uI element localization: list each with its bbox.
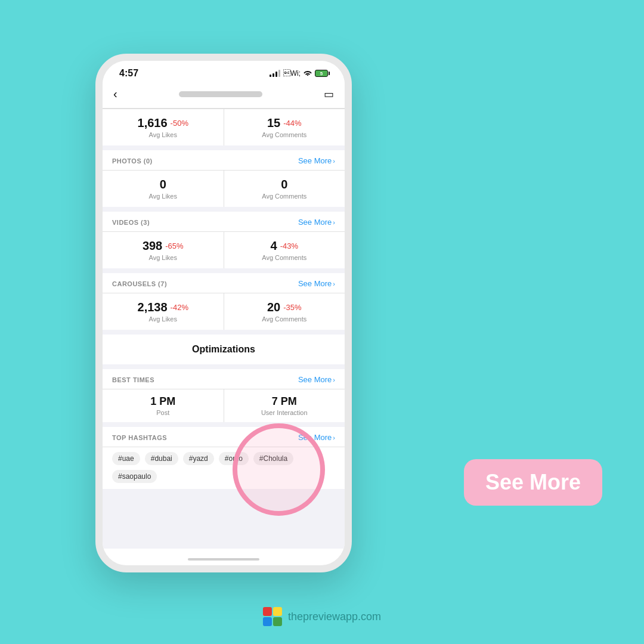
carousels-likes-cell: 2,138 -42% Avg Likes (103, 293, 224, 330)
carousels-likes-number: 2,138 -42% (112, 301, 214, 314)
overall-likes-cell: 1,616 -50% Avg Likes (103, 109, 224, 145)
photos-comments-number: 0 (234, 178, 336, 191)
nav-bar: ‹ ▭ (103, 82, 345, 108)
optimizations-heading: Optimizations (103, 335, 345, 364)
best-times-see-more[interactable]: See More › (298, 375, 335, 384)
photos-header: PHOTOS (0) See More › (103, 150, 345, 170)
logo-blue-cell (263, 617, 272, 626)
videos-chevron-icon: › (333, 219, 335, 226)
nav-title (179, 91, 262, 97)
phone-shell: 4:57 Wi; 5 ‹ ▭ (95, 54, 352, 572)
hashtag-yazd: #yazd (183, 452, 214, 465)
hashtags-row: #uae #dubai #yazd #onto #Cholula #saopau… (103, 447, 345, 489)
carousels-likes-label: Avg Likes (112, 315, 214, 323)
videos-likes-cell: 398 -65% Avg Likes (103, 232, 224, 268)
see-more-cta-button[interactable]: See More (464, 459, 602, 506)
overall-comments-number: 15 -44% (234, 116, 336, 130)
carousels-comments-change: -35% (283, 303, 301, 312)
hashtags-chevron-icon: › (333, 434, 335, 441)
overall-stats-row: 1,616 -50% Avg Likes 15 -44% Avg Comment… (103, 109, 345, 145)
videos-section: VIDEOS (3) See More › 398 -65% Avg Likes (103, 212, 345, 268)
hashtags-section: TOP HASHTAGS See More › #uae #dubai #yaz… (103, 427, 345, 489)
best-times-header: BEST TIMES See More › (103, 369, 345, 389)
videos-header: VIDEOS (3) See More › (103, 212, 345, 231)
overall-likes-change: -50% (171, 119, 188, 128)
overall-stats-section: 1,616 -50% Avg Likes 15 -44% Avg Comment… (103, 109, 345, 145)
carousels-stats-row: 2,138 -42% Avg Likes 20 -35% Avg Comment… (103, 293, 345, 330)
hashtag-cholula: #Cholula (253, 452, 293, 465)
battery-icon: 5 (315, 70, 328, 77)
carousels-comments-number: 20 -35% (234, 301, 336, 314)
photos-title: PHOTOS (0) (112, 157, 153, 165)
videos-comments-cell: 4 -43% Avg Comments (224, 232, 345, 268)
best-post-time-value: 1 PM (112, 395, 214, 408)
carousels-likes-change: -42% (171, 303, 188, 312)
best-times-section: BEST TIMES See More › 1 PM Post 7 PM Use… (103, 369, 345, 422)
videos-see-more[interactable]: See More › (298, 218, 335, 227)
best-interaction-label: User Interaction (234, 409, 336, 416)
best-times-row: 1 PM Post 7 PM User Interaction (103, 389, 345, 422)
best-interaction-value: 7 PM (234, 395, 336, 408)
photos-likes-cell: 0 Avg Likes (103, 171, 224, 207)
canvas: 4:57 Wi; 5 ‹ ▭ (0, 0, 644, 644)
logo-red-cell (263, 607, 272, 616)
footer: thepreviewapp.com (263, 607, 381, 626)
videos-title: VIDEOS (3) (112, 219, 150, 226)
best-times-title: BEST TIMES (112, 376, 154, 383)
hashtags-see-more[interactable]: See More › (298, 433, 335, 442)
carousels-comments-cell: 20 -35% Avg Comments (224, 293, 345, 330)
logo-green-cell (273, 617, 282, 626)
signal-icon (270, 70, 280, 77)
carousels-title: CAROUSELS (7) (112, 280, 167, 287)
status-bar: 4:57 Wi; 5 (103, 61, 345, 82)
footer-website: thepreviewapp.com (288, 611, 381, 623)
videos-likes-label: Avg Likes (112, 254, 214, 261)
photos-comments-label: Avg Comments (234, 193, 336, 200)
overall-comments-label: Avg Comments (234, 131, 336, 138)
status-icons: Wi; 5 (270, 69, 328, 78)
hashtag-uae: #uae (112, 452, 140, 465)
bookmark-icon[interactable]: ▭ (324, 88, 334, 101)
hashtags-title: TOP HASHTAGS (112, 434, 167, 441)
home-indicator (188, 558, 259, 561)
videos-stats-row: 398 -65% Avg Likes 4 -43% Avg Comments (103, 231, 345, 268)
photos-stats-row: 0 Avg Likes 0 Avg Comments (103, 170, 345, 207)
screen-content: 1,616 -50% Avg Likes 15 -44% Avg Comment… (103, 109, 345, 549)
best-post-time-label: Post (112, 409, 214, 416)
best-post-time-cell: 1 PM Post (103, 389, 224, 422)
carousels-chevron-icon: › (333, 280, 335, 287)
photos-chevron-icon: › (333, 157, 335, 165)
see-more-cta-label: See More (485, 470, 581, 495)
carousels-see-more[interactable]: See More › (298, 279, 335, 288)
photos-section: PHOTOS (0) See More › 0 Avg Likes (103, 150, 345, 207)
videos-likes-number: 398 -65% (112, 239, 214, 253)
videos-comments-change: -43% (280, 242, 298, 250)
videos-comments-number: 4 -43% (234, 239, 336, 253)
photos-likes-number: 0 (112, 178, 214, 191)
best-interaction-time-cell: 7 PM User Interaction (224, 389, 345, 422)
overall-likes-number: 1,616 -50% (112, 116, 214, 130)
hashtag-onto: #onto (219, 452, 249, 465)
photos-comments-cell: 0 Avg Comments (224, 171, 345, 207)
best-times-chevron-icon: › (333, 376, 335, 383)
carousels-section: CAROUSELS (7) See More › 2,138 -42% Avg … (103, 273, 345, 330)
wifi-icon (304, 70, 312, 77)
wifi-icon: Wi; (283, 69, 301, 78)
overall-comments-cell: 15 -44% Avg Comments (224, 109, 345, 145)
app-logo (263, 607, 282, 626)
hashtag-dubai: #dubai (145, 452, 178, 465)
logo-yellow-cell (273, 607, 282, 616)
hashtags-header: TOP HASHTAGS See More › (103, 427, 345, 447)
overall-likes-label: Avg Likes (112, 131, 214, 138)
back-button[interactable]: ‹ (113, 87, 117, 101)
videos-likes-change: -65% (165, 242, 183, 250)
videos-comments-label: Avg Comments (234, 254, 336, 261)
carousels-header: CAROUSELS (7) See More › (103, 273, 345, 293)
photos-likes-label: Avg Likes (112, 193, 214, 200)
overall-comments-change: -44% (283, 119, 301, 128)
carousels-comments-label: Avg Comments (234, 315, 336, 323)
hashtag-saopaulo: #saopaulo (112, 470, 157, 483)
photos-see-more[interactable]: See More › (298, 156, 335, 165)
status-time: 4:57 (119, 68, 138, 79)
